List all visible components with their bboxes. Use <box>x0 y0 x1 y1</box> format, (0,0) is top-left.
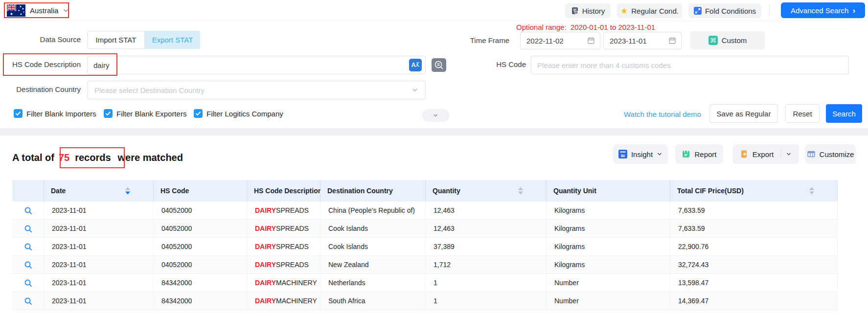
calendar-icon <box>587 37 595 45</box>
checkbox-checked-icon <box>194 109 203 118</box>
row-detail-magnifier-icon[interactable] <box>24 261 32 269</box>
sort-carets-icon[interactable] <box>125 187 130 195</box>
cell-total-cif-price: 7,633.59 <box>670 220 838 238</box>
reset-button[interactable]: Reset <box>785 104 820 123</box>
row-detail-magnifier-icon[interactable] <box>24 225 32 233</box>
cell-quantity: 37,389 <box>426 238 547 256</box>
row-detail-magnifier-icon[interactable] <box>24 206 32 215</box>
cell-total-cif-price: 14,369.47 <box>670 292 838 310</box>
export-button-divider <box>780 149 781 159</box>
search-button[interactable]: Search <box>826 104 862 123</box>
chevron-down-icon[interactable] <box>786 151 792 157</box>
column-header-empty <box>838 180 868 202</box>
chevron-down-icon <box>432 112 439 119</box>
cell-empty <box>838 220 868 238</box>
history-button[interactable]: History <box>565 3 611 18</box>
cell-quantity: 1,712 <box>426 256 547 274</box>
row-detail-magnifier-icon[interactable] <box>24 279 32 287</box>
exclude-search-icon[interactable] <box>432 58 446 72</box>
hs-description-field-wrap: A <box>87 56 426 74</box>
cell-date: 2023-11-01 <box>44 292 154 310</box>
export-icon <box>740 150 749 158</box>
trade-data-search-page: Australia History ★ Regular Cond. Fold C… <box>0 0 868 316</box>
cell-empty <box>838 274 868 292</box>
chevron-down-icon <box>657 151 662 157</box>
cell-total-cif-price: 32,724.43 <box>670 256 838 274</box>
collapse-conditions-button[interactable] <box>422 109 449 122</box>
regular-cond-button[interactable]: ★ Regular Cond. <box>617 3 682 18</box>
filter-checkbox-item[interactable]: Filter Blank Importers <box>14 109 96 118</box>
cell-hs-code: 84342000 <box>154 274 247 292</box>
cell-empty <box>838 256 868 274</box>
destination-country-placeholder: Please select Destination Country <box>94 86 205 94</box>
export-label: Export <box>753 150 774 158</box>
column-header-date[interactable]: Date <box>44 180 154 202</box>
report-icon <box>682 150 690 158</box>
history-icon <box>571 7 579 15</box>
export-button[interactable]: Export <box>732 144 799 164</box>
row-detail-magnifier-icon[interactable] <box>24 243 32 251</box>
filter-checkbox-item[interactable]: Filter Blank Exporters <box>104 109 186 118</box>
destination-country-select[interactable]: Please select Destination Country <box>87 81 426 99</box>
date-start-input[interactable]: 2022-11-02 <box>520 32 600 49</box>
date-start-value: 2022-11-02 <box>526 37 564 45</box>
results-table: DateHS CodeHS Code DescriptionDestinatio… <box>12 180 868 310</box>
translate-icon[interactable]: A <box>409 59 422 71</box>
cell-destination-country: China (People's Republic of) <box>320 202 426 220</box>
optional-range-hint: Optional range: 2020-01-01 to 2023-11-01 <box>516 23 655 31</box>
custom-label: Custom <box>722 36 747 45</box>
calendar-icon <box>668 37 676 45</box>
report-label: Report <box>694 150 716 158</box>
sort-carets-icon[interactable] <box>809 187 814 195</box>
tab-import-stat[interactable]: Import STAT <box>87 31 145 49</box>
cell-date: 2023-11-01 <box>44 274 154 292</box>
sort-carets-icon[interactable] <box>518 187 523 195</box>
results-summary: A total of 75 records were matched <box>12 152 183 163</box>
cell-destination-country: Cook Islands <box>320 220 426 238</box>
tab-export-stat[interactable]: Export STAT <box>145 31 200 49</box>
tutorial-demo-link[interactable]: Watch the tutorial demo <box>624 110 701 118</box>
cell-quantity-unit: Number <box>547 292 670 310</box>
hs-description-input[interactable] <box>87 56 426 74</box>
filter-checkbox-item[interactable]: Filter Logitics Company <box>194 109 283 118</box>
summary-count: 75 <box>59 152 69 163</box>
insight-button[interactable]: Bi Insight <box>613 144 668 164</box>
column-header-expand <box>12 180 44 202</box>
row-detail-magnifier-icon[interactable] <box>24 297 32 305</box>
section-divider <box>0 128 868 135</box>
column-header-hs-code-description: HS Code Description <box>247 180 320 202</box>
column-header-quantity[interactable]: Quantity <box>426 180 547 202</box>
command-icon: ⌘ <box>708 36 718 45</box>
column-header-total-cif-price-usd-[interactable]: Total CIF Price(USD) <box>670 180 838 202</box>
star-icon: ★ <box>620 7 628 15</box>
fold-conditions-button[interactable]: Fold Conditions <box>688 3 761 18</box>
date-end-input[interactable]: 2023-11-01 <box>603 32 682 49</box>
chevron-down-icon <box>411 87 418 93</box>
data-source-label: Data Source <box>0 35 81 44</box>
hs-code-input[interactable] <box>531 56 849 74</box>
cell-quantity-unit: Kilograms <box>547 256 670 274</box>
customize-button[interactable]: Customize <box>805 144 856 164</box>
report-button[interactable]: Report <box>675 144 723 164</box>
table-row: 2023-11-01 84342000 DAIRY MACHINERY Neth… <box>12 274 868 292</box>
regular-cond-label: Regular Cond. <box>631 7 679 15</box>
summary-records: records <box>75 152 111 163</box>
date-end-value: 2023-11-01 <box>610 37 647 45</box>
cell-empty <box>838 292 868 310</box>
fold-conditions-icon <box>694 7 702 15</box>
country-switcher[interactable]: Australia <box>7 3 69 17</box>
custom-range-button[interactable]: ⌘ Custom <box>690 31 765 49</box>
cell-quantity: 1 <box>426 274 547 292</box>
cell-quantity-unit: Kilograms <box>547 202 670 220</box>
filter-label: Filter Blank Importers <box>26 110 96 118</box>
cell-hs-code: 84342000 <box>154 292 247 310</box>
customize-label: Customize <box>820 150 854 158</box>
table-body: 2023-11-01 04052000 DAIRY SPREADS China … <box>12 202 868 310</box>
cell-destination-country: South Africa <box>320 292 426 310</box>
arrow-right-icon: › <box>852 6 855 15</box>
cell-date: 2023-11-01 <box>44 220 154 238</box>
save-as-regular-button[interactable]: Save as Regular <box>709 104 778 123</box>
cell-hs-description: DAIRY MACHINERY <box>247 274 320 292</box>
advanced-search-button[interactable]: Advanced Search › <box>781 2 865 18</box>
insight-label: Insight <box>631 150 653 158</box>
